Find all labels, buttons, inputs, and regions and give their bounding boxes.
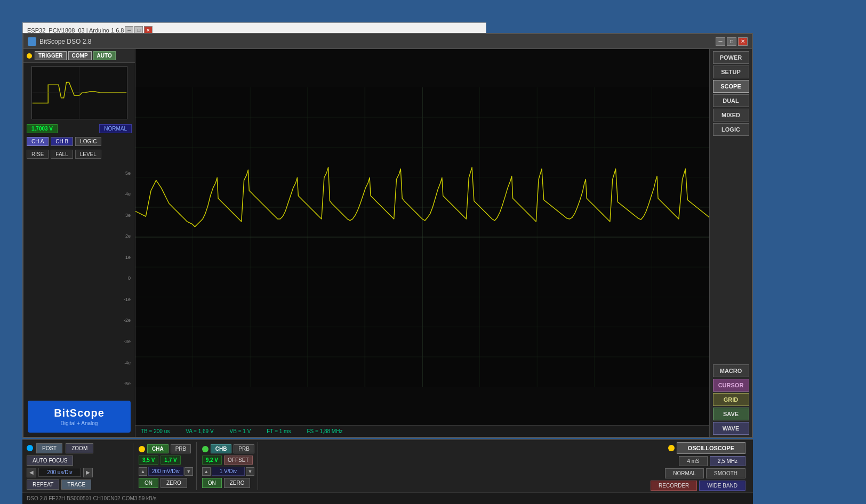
scope-display[interactable] <box>135 49 709 425</box>
bitscope-restore-btn[interactable]: □ <box>727 37 736 46</box>
comp-button[interactable]: COMP <box>68 51 92 60</box>
osc-recorder-btn[interactable]: RECORDER <box>651 481 697 491</box>
save-btn[interactable]: SAVE <box>713 408 749 420</box>
scope-btn[interactable]: SCOPE <box>713 80 749 93</box>
scale-1e: 1e <box>26 255 133 260</box>
scale-n5e: -5e <box>26 381 133 386</box>
trigger-ch-buttons: CH A CH B LOGIC <box>23 135 135 148</box>
trigger-signal-preview <box>32 67 127 119</box>
bitscope-close-btn[interactable]: ✕ <box>738 37 748 46</box>
cha-mid-row: ▲ 200 mV/Div ▼ <box>139 467 193 476</box>
trigger-button[interactable]: TRIGGER <box>35 51 67 60</box>
bitscope-window: BitScope DSO 2.8 ─ □ ✕ TRIGGER COMP AUTO <box>22 33 753 438</box>
osc-top-row: OSCILLOSCOPE <box>668 442 745 454</box>
chb-div-dec-btn[interactable]: ▲ <box>202 467 211 476</box>
dual-btn[interactable]: DUAL <box>713 94 749 107</box>
cha-volt1: 3,5 V <box>139 456 158 465</box>
scale-n3e: -3e <box>26 339 133 344</box>
setup-btn[interactable]: SETUP <box>713 66 749 78</box>
logo-main-text: BitScope <box>33 407 125 419</box>
auto-button[interactable]: AUTO <box>93 51 116 60</box>
osc-4ms-btn[interactable]: 4 mS <box>679 456 707 466</box>
chb-volt1: 9,2 V <box>202 456 222 465</box>
scale-labels: 5e 4e 3e 2e 1e 0 -1e -2e -3e -4e -5e <box>23 160 135 396</box>
chb-on-btn[interactable]: ON <box>202 478 222 488</box>
repeat-btn[interactable]: REPEAT <box>27 479 59 490</box>
wave-btn[interactable]: WAVE <box>713 422 749 435</box>
scale-4e: 4e <box>26 191 133 197</box>
osc-smooth-btn[interactable]: SMOOTH <box>706 468 745 478</box>
bitscope-minimize-btn[interactable]: ─ <box>716 37 725 46</box>
time-div-nav: ◀ 200 us/Div ▶ <box>27 468 93 477</box>
cha-probe-btn[interactable]: PRB <box>171 444 191 453</box>
cha-on-btn[interactable]: ON <box>139 478 158 488</box>
trigger-preview <box>31 66 127 119</box>
osc-25mhz-btn[interactable]: 2,5 MHz <box>710 456 745 466</box>
cha-label-btn[interactable]: CHA <box>147 444 169 453</box>
bottom-left-section: POST ZOOM AUTO FOCUS ◀ 200 us/Div ▶ REPE… <box>27 443 133 490</box>
chb-label-btn[interactable]: CHB <box>211 444 232 453</box>
cursor-btn[interactable]: CURSOR <box>713 379 749 392</box>
scale-3e: 3e <box>26 213 133 218</box>
voltage-badge: 1,7003 V <box>27 124 58 133</box>
logic-btn[interactable]: LOGIC <box>713 123 749 136</box>
osc-normal-btn[interactable]: NORMAL <box>665 468 704 478</box>
fall-btn[interactable]: FALL <box>51 150 73 159</box>
zoom-btn[interactable]: ZOOM <box>66 443 93 453</box>
macro-btn[interactable]: MACRO <box>713 364 749 377</box>
osc-row4: RECORDER WIDE BAND <box>651 481 745 491</box>
bottom-indicator-dot <box>27 445 33 451</box>
mixed-btn[interactable]: MIXED <box>713 109 749 121</box>
cha-volt-row: 3,5 V 1,7 V <box>139 456 193 465</box>
status-bar-scope: TB = 200 us VA = 1,69 V VB = 1 V FT = 1 … <box>135 425 709 437</box>
mode-badge: NORMAL <box>99 124 132 133</box>
cha-div-dec-btn[interactable]: ▲ <box>139 467 147 476</box>
va-status: VA = 1,69 V <box>186 428 213 434</box>
vb-status: VB = 1 V <box>230 428 251 434</box>
cha-dot <box>139 446 145 452</box>
time-div-inc-btn[interactable]: ▶ <box>83 468 93 477</box>
chb-probe-btn[interactable]: PRB <box>234 444 254 453</box>
rise-btn[interactable]: RISE <box>27 150 49 159</box>
trace-btn[interactable]: TRACE <box>61 479 91 490</box>
tb-status: TB = 200 us <box>141 428 170 434</box>
edge-buttons: RISE FALL LEVEL <box>23 148 135 160</box>
scale-n2e: -2e <box>26 318 133 323</box>
trigger-cha-btn[interactable]: CH A <box>27 137 49 146</box>
cha-div-inc-btn[interactable]: ▼ <box>185 467 193 476</box>
cha-zero-btn[interactable]: ZERO <box>161 478 187 488</box>
time-div-dec-btn[interactable]: ◀ <box>27 468 36 477</box>
cha-volt2: 1,7 V <box>161 456 180 465</box>
post-btn[interactable]: POST <box>36 443 62 453</box>
chb-volt-row: 9,2 V OFFSET <box>202 456 254 465</box>
fs-status: FS = 1,88 MHz <box>307 428 342 434</box>
time-div-value: 200 us/Div <box>38 468 81 477</box>
bitscope-icon <box>28 37 36 46</box>
chb-offset-btn[interactable]: OFFSET <box>224 456 252 465</box>
chb-zero-btn[interactable]: ZERO <box>224 478 251 488</box>
trigger-indicator-dot <box>27 53 32 59</box>
trigger-chb-btn[interactable]: CH B <box>51 137 73 146</box>
level-btn[interactable]: LEVEL <box>75 150 101 159</box>
osc-indicator-dot <box>668 445 675 451</box>
auto-focus-btn[interactable]: AUTO FOCUS <box>27 456 73 466</box>
osc-buttons-row: 4 mS 2,5 MHz <box>679 456 745 466</box>
channel-a-section: CHA PRB 3,5 V 1,7 V ▲ 200 mV/Div ▼ ON ZE… <box>135 442 197 490</box>
right-panel: POWER SETUP SCOPE DUAL MIXED LOGIC MACRO… <box>709 49 752 437</box>
cha-top-row: CHA PRB <box>139 444 193 453</box>
power-btn[interactable]: POWER <box>713 51 749 64</box>
scale-n4e: -4e <box>26 360 133 365</box>
oscilloscope-grid <box>135 49 709 425</box>
osc-wideband-btn[interactable]: WIDE BAND <box>699 481 745 491</box>
chb-bottom-row: ON ZERO <box>202 478 254 488</box>
scale-2e: 2e <box>26 233 133 239</box>
bitscope-titlebar: BitScope DSO 2.8 ─ □ ✕ <box>23 34 752 49</box>
osc-row3: NORMAL SMOOTH <box>665 468 745 478</box>
oscilloscope-label[interactable]: OSCILLOSCOPE <box>677 442 745 454</box>
grid-btn[interactable]: GRID <box>713 393 749 406</box>
chb-div-inc-btn[interactable]: ▼ <box>246 467 254 476</box>
cha-bottom-row: ON ZERO <box>139 478 193 488</box>
voltage-display: 1,7003 V NORMAL <box>23 123 135 135</box>
trigger-logic-btn[interactable]: LOGIC <box>75 137 101 146</box>
logo-sub-text: Digital + Analog <box>33 420 125 426</box>
